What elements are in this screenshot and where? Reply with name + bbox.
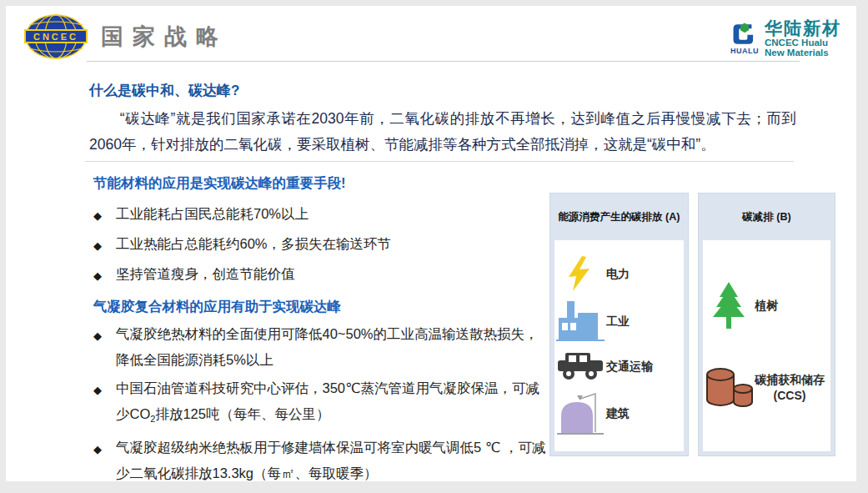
panel-item-label: 建筑 — [606, 405, 630, 420]
hualu-logo-text: HUALU — [730, 47, 759, 55]
hualu-brand: HUALU 华陆新材 CNCEC Hualu New Materials — [730, 16, 841, 58]
panel-row-electricity: 电力 — [554, 256, 684, 291]
brand-name-cn: 华陆新材 — [765, 19, 841, 38]
bullet-text: 气凝胶超级纳米绝热板用于修建墙体保温可将室内暖气调低5 ℃ ，可减少二氧化碳排放… — [116, 435, 549, 486]
diamond-bullet-icon: ◆ — [93, 231, 116, 259]
section-divider — [85, 161, 794, 162]
bullet-item: ◆ 中国石油管道科技研究中心评估，350℃蒸汽管道用气凝胶保温，可减少CO2排放… — [93, 375, 549, 432]
svg-text:CNCEC: CNCEC — [33, 32, 78, 42]
ccs-label-line2: (CCS) — [755, 388, 825, 403]
panel-carbon-reduction: 碳减排 (B) 植树 — [698, 193, 835, 456]
panel-a-title: 能源消费产生的碳排放 (A) — [550, 194, 688, 240]
bullet-item: ◆ 工业能耗占国民总能耗70%以上 — [93, 201, 549, 229]
factory-icon — [554, 301, 606, 341]
ccs-label-line1: 碳捕获和储存 — [755, 372, 825, 387]
slide-header: CNCEC 国家战略 HUALU 华陆新材 CNCEC Hualu New Ma… — [24, 13, 841, 61]
panel-row-industry: 工业 — [554, 301, 684, 341]
panel-b-title: 碳减排 (B) — [699, 194, 835, 240]
dome-building-icon — [554, 390, 606, 435]
panel-carbon-emission-sources: 能源消费产生的碳排放 (A) 电力 — [549, 193, 689, 456]
title-divider — [87, 61, 800, 62]
panel-row-construction: 建筑 — [554, 390, 684, 435]
panel-row-tree-planting: 植树 — [703, 282, 830, 329]
car-icon — [554, 352, 606, 380]
bullet-item: ◆ 气凝胶超级纳米绝热板用于修建墙体保温可将室内暖气调低5 ℃ ，可减少二氧化碳… — [93, 435, 549, 486]
brand-name-en1: CNCEC Hualu — [765, 38, 841, 48]
bullet-item: ◆ 坚持管道瘦身，创造节能价值 — [93, 261, 549, 289]
diamond-bullet-icon: ◆ — [93, 435, 116, 486]
panel-item-label: 植树 — [755, 298, 778, 313]
lightning-icon — [554, 256, 606, 291]
panel-b-body: 植树 碳捕获和储存 — [703, 240, 830, 451]
section1-heading: 节能材料的应用是实现碳达峰的重要手段! — [93, 174, 346, 193]
bullet-text: 工业热能占总能耗约60%，多损失在输送环节 — [116, 231, 549, 259]
brand-name-en2: New Materials — [765, 48, 841, 58]
cncec-globe-icon: CNCEC — [24, 13, 88, 60]
intro-heading: 什么是碳中和、碳达峰? — [89, 81, 239, 100]
bullet-text: 气凝胶绝热材料的全面使用可降低40~50%的工业高温输送散热损失，降低全国能源消… — [116, 321, 549, 373]
hualu-wordmark: 华陆新材 CNCEC Hualu New Materials — [765, 19, 841, 58]
diamond-bullet-icon: ◆ — [93, 321, 116, 373]
panel-row-transport: 交通运输 — [554, 352, 684, 380]
diamond-bullet-icon: ◆ — [93, 261, 116, 289]
bullet-item: ◆ 气凝胶绝热材料的全面使用可降低40~50%的工业高温输送散热损失，降低全国能… — [93, 321, 549, 373]
diamond-bullet-icon: ◆ — [93, 201, 116, 229]
panel-item-label: 碳捕获和储存 (CCS) — [755, 372, 825, 402]
bullet-text: 工业能耗占国民总能耗70%以上 — [116, 201, 549, 229]
page-title: 国家战略 — [101, 22, 228, 52]
intro-paragraph: “碳达峰”就是我们国家承诺在2030年前，二氧化碳的排放不再增长，达到峰值之后再… — [89, 106, 796, 158]
bullet-text-co2-post: 排放125吨（每年、每公里） — [155, 406, 329, 421]
hualu-mark-icon — [730, 21, 759, 48]
slide: CNCEC 国家战略 HUALU 华陆新材 CNCEC Hualu New Ma… — [6, 6, 856, 481]
panel-item-label: 工业 — [606, 314, 630, 329]
panel-a-body: 电力 工业 — [554, 240, 684, 451]
bullet-text-co2: 中国石油管道科技研究中心评估，350℃蒸汽管道用气凝胶保温，可减少CO2排放12… — [116, 375, 549, 432]
section1-bullets: ◆ 工业能耗占国民总能耗70%以上 ◆ 工业热能占总能耗约60%，多损失在输送环… — [93, 201, 549, 291]
section2-bullets: ◆ 气凝胶绝热材料的全面使用可降低40~50%的工业高温输送散热损失，降低全国能… — [93, 321, 549, 489]
section2-heading: 气凝胶复合材料的应用有助于实现碳达峰 — [93, 298, 341, 316]
diamond-bullet-icon: ◆ — [93, 375, 116, 432]
bullet-text: 坚持管道瘦身，创造节能价值 — [116, 261, 549, 289]
panel-item-label: 电力 — [606, 266, 630, 281]
hualu-logo: HUALU — [730, 21, 759, 55]
panel-row-ccs: 碳捕获和储存 (CCS) — [703, 366, 830, 410]
ccs-barrels-icon — [703, 366, 755, 410]
panel-item-label: 交通运输 — [606, 359, 653, 374]
tree-icon — [703, 282, 755, 329]
bullet-item: ◆ 工业热能占总能耗约60%，多损失在输送环节 — [93, 231, 549, 259]
